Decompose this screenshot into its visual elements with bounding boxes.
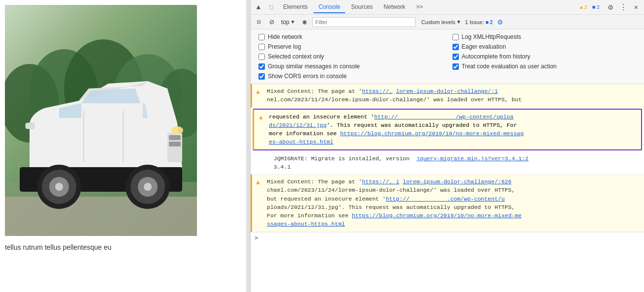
- show-cors-checkbox[interactable]: [258, 73, 265, 80]
- devtools-topbar: ▲ ⬚ Elements Console Sources Network >> …: [251, 0, 644, 15]
- warning-badge: ▲ 2: [580, 4, 587, 10]
- context-selector[interactable]: top ▼: [279, 18, 297, 27]
- setting-group-similar: Group similar messages in console: [258, 63, 443, 70]
- eager-eval-label: Eager evaluation: [462, 43, 506, 50]
- setting-treat-code: Treat code evaluation as user action: [452, 63, 637, 70]
- setting-eager-eval: Eager evaluation: [452, 43, 637, 50]
- msg3-text: JQMIGRATE: Migrate is installed, version…: [267, 155, 528, 170]
- more-options-icon[interactable]: ⋮: [617, 1, 629, 13]
- issue-count-num: 2: [490, 19, 493, 25]
- error-count: 2: [596, 4, 600, 10]
- svg-point-17: [55, 183, 63, 191]
- msg4-link3[interactable]: http:// .com/wp-content/u: [386, 196, 505, 202]
- issue-label: 1 Issue: ■ 2: [465, 19, 493, 25]
- close-icon[interactable]: ✕: [630, 1, 642, 13]
- inspect-icon[interactable]: ⬚: [265, 1, 277, 13]
- msg4-link1[interactable]: https://… i: [362, 178, 399, 185]
- preserve-log-checkbox[interactable]: [258, 44, 265, 50]
- svg-rect-22: [26, 123, 34, 129]
- error-icon: ■: [592, 4, 596, 10]
- msg2-link2[interactable]: ds/2021/12/31.jpg: [269, 122, 326, 128]
- devtools-settings-gear[interactable]: ⚙: [495, 17, 506, 28]
- autocomplete-label: Autocomplete from history: [462, 53, 530, 60]
- svg-point-21: [144, 183, 152, 191]
- msg4-chromium-link2[interactable]: ssages-about-https.html: [267, 221, 345, 227]
- custom-levels-label: Custom levels: [421, 19, 455, 25]
- sidebar-toggle-btn[interactable]: ⊡: [254, 17, 264, 28]
- console-output[interactable]: ▲ Mixed Content: The page at 'https://… …: [251, 84, 644, 292]
- settings-icon[interactable]: ⚙: [605, 1, 616, 13]
- tab-console[interactable]: Console: [314, 1, 345, 13]
- devtools-toolbar: ⊡ ⊘ top ▼ ◉ Custom levels ▼ 1 Issue: ■ 2…: [251, 15, 644, 29]
- preserve-log-label: Preserve log: [268, 43, 301, 50]
- console-prompt[interactable]: >: [251, 232, 644, 243]
- webpage-panel: tellus rutrum tellus pellentesque eu: [0, 0, 246, 292]
- tab-elements[interactable]: Elements: [278, 1, 313, 13]
- svg-point-13: [171, 126, 183, 134]
- car-svg: [5, 5, 197, 236]
- warning-count: 2: [584, 4, 587, 10]
- hide-network-checkbox[interactable]: [258, 34, 265, 40]
- prompt-symbol: >: [255, 234, 258, 241]
- error-badge: ■ 2: [592, 4, 600, 10]
- msg3-link[interactable]: jquery-migrate.min.js?ver=3.4.1:2: [417, 155, 529, 162]
- treat-code-label: Treat code evaluation as user action: [462, 63, 557, 70]
- console-message-1[interactable]: ▲ Mixed Content: The page at 'https://… …: [251, 84, 644, 108]
- msg2-chromium-link2[interactable]: es-about-https.html: [269, 139, 333, 145]
- msg1-link2[interactable]: lorem-ipsum-dolor-challange/:1: [396, 88, 498, 94]
- msg1-text: Mixed Content: The page at 'https://… lo…: [267, 88, 522, 103]
- setting-preserve-log: Preserve log: [258, 43, 443, 50]
- tab-network[interactable]: Network: [379, 1, 410, 13]
- setting-hide-network: Hide network: [258, 33, 443, 40]
- webpage-body-text: tellus rutrum tellus pellentesque eu: [5, 243, 241, 251]
- treat-code-checkbox[interactable]: [452, 63, 459, 70]
- show-cors-label: Show CORS errors in console: [268, 73, 347, 80]
- setting-log-xmlhttp: Log XMLHttpRequests: [452, 33, 637, 40]
- issue-count-display[interactable]: ■ 2: [485, 19, 493, 25]
- msg1-link1[interactable]: https://…: [362, 88, 392, 94]
- log-xmlhttp-label: Log XMLHttpRequests: [462, 33, 521, 40]
- svg-rect-11: [169, 135, 181, 140]
- resize-handle[interactable]: ⋮: [246, 0, 250, 292]
- devtools-panel: ▲ ⬚ Elements Console Sources Network >> …: [250, 0, 644, 292]
- console-message-2[interactable]: ▲ requested an insecure element 'http://…: [253, 109, 642, 150]
- selected-context-checkbox[interactable]: [258, 54, 265, 60]
- filter-input[interactable]: [312, 17, 416, 27]
- context-chevron: ▼: [290, 19, 295, 25]
- eager-eval-checkbox[interactable]: [452, 44, 459, 50]
- autocomplete-checkbox[interactable]: [452, 54, 459, 60]
- group-similar-checkbox[interactable]: [258, 63, 265, 70]
- console-message-4[interactable]: ▲ Mixed Content: The page at 'https://… …: [251, 175, 644, 232]
- warning-icon-1: ▲: [256, 88, 260, 97]
- setting-show-cors: Show CORS errors in console: [258, 73, 443, 80]
- tab-sources[interactable]: Sources: [346, 1, 378, 13]
- context-label: top: [281, 19, 290, 26]
- devtools-settings: Hide network Log XMLHttpRequests Preserv…: [251, 29, 644, 84]
- clear-console-btn[interactable]: ⊘: [266, 17, 277, 28]
- warning-icon-2: ▲: [259, 113, 263, 123]
- selected-context-label: Selected context only: [268, 53, 324, 60]
- tab-more[interactable]: >>: [411, 1, 428, 13]
- warning-icon: ▲: [580, 4, 583, 10]
- devtools-toggle-btn[interactable]: ▲: [253, 1, 264, 13]
- hide-network-label: Hide network: [268, 33, 302, 40]
- setting-selected-context: Selected context only: [258, 53, 443, 60]
- custom-levels-chevron: ▼: [456, 19, 461, 25]
- setting-autocomplete: Autocomplete from history: [452, 53, 637, 60]
- car-image: [5, 5, 197, 236]
- svg-rect-12: [169, 142, 181, 146]
- warning-icon-4: ▲: [256, 178, 260, 188]
- msg2-chromium-link1[interactable]: https://blog.chromium.org/2019/10/no-mor…: [340, 130, 524, 137]
- group-similar-label: Group similar messages in console: [268, 63, 360, 70]
- log-xmlhttp-checkbox[interactable]: [452, 34, 459, 40]
- console-message-3[interactable]: JQMIGRATE: Migrate is installed, version…: [251, 151, 644, 175]
- msg2-text: requested an insecure element 'http:// /…: [269, 114, 524, 146]
- msg2-link1[interactable]: http:// /wp-content/uploa: [374, 114, 514, 120]
- msg4-chromium-link1[interactable]: https://blog.chromium.org/2019/10/no-mor…: [352, 212, 522, 219]
- svg-rect-1: [5, 197, 197, 236]
- msg4-text: Mixed Content: The page at 'https://… i …: [267, 178, 522, 227]
- issue-count-icon: ■: [485, 19, 489, 25]
- custom-levels-dropdown[interactable]: Custom levels ▼: [419, 18, 463, 26]
- msg4-link2[interactable]: lorem-ipsum-dolor-challange/:626: [403, 178, 512, 185]
- eye-icon[interactable]: ◉: [299, 17, 310, 28]
